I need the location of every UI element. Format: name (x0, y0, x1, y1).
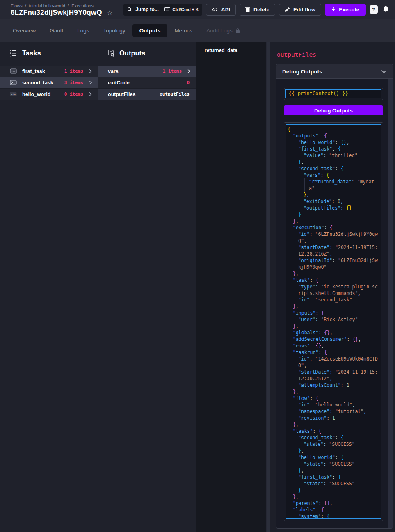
output-value: 0 (187, 80, 190, 85)
lock-icon (235, 28, 240, 33)
output-count: 1 items (163, 68, 182, 74)
chevron-down-icon[interactable] (381, 70, 387, 73)
bell-icon[interactable] (382, 6, 389, 13)
breadcrumb-separator: / (25, 3, 26, 8)
tab-audit-logs[interactable]: Audit Logs (199, 24, 247, 37)
shell-task-icon (10, 80, 17, 85)
execution-tabs: Overview Gantt Logs Topology Outputs Met… (0, 19, 395, 42)
task-row-first-task[interactable]: first_task 1 items (0, 66, 98, 77)
output-value: outputFiles (160, 91, 190, 97)
log-task-icon: LOG (10, 91, 17, 97)
tab-metrics[interactable]: Metrics (167, 24, 199, 37)
api-button-label: API (221, 7, 230, 13)
search-input[interactable]: Jump to... Ctrl/Cmd + K (123, 4, 202, 16)
tab-outputs[interactable]: Outputs (132, 24, 168, 37)
search-shortcut: Ctrl/Cmd + K (172, 7, 199, 12)
preview-breadcrumb: returned_data (205, 48, 258, 53)
tasks-panel-title: Tasks (22, 49, 41, 57)
execute-button[interactable]: Execute (325, 4, 366, 16)
output-name: exitCode (108, 80, 130, 86)
edit-flow-button-label: Edit flow (293, 7, 315, 13)
outputs-panel-title: Outputs (119, 49, 145, 57)
tab-overview[interactable]: Overview (6, 24, 43, 37)
task-count: 0 items (64, 91, 83, 97)
debug-outputs-header-label: Debug Outputs (282, 68, 322, 75)
output-name: vars (108, 68, 119, 74)
lightning-icon (331, 7, 336, 12)
task-row-second-task[interactable]: second_task 3 items (0, 77, 98, 89)
tab-gantt[interactable]: Gantt (43, 24, 70, 37)
debug-json-code: {"outputs": {"hello_world": {},"first_ta… (286, 124, 381, 519)
debug-output-title: outputFiles (277, 51, 393, 58)
delete-button[interactable]: Delete (240, 4, 275, 16)
debug-outputs-button[interactable]: Debug Outputs (284, 105, 383, 115)
preview-column: returned_data (196, 42, 267, 532)
tasks-panel: Tasks first_task 1 items second_task 3 i… (0, 42, 98, 532)
trash-icon (245, 7, 250, 12)
chevron-right-icon (88, 80, 93, 85)
page-title: 6LZFnu32dljSwkjH9Y0qwQ (11, 9, 102, 17)
debug-outputs-header[interactable]: Debug Outputs (276, 64, 393, 79)
chevron-right-icon (88, 91, 93, 97)
svg-text:LOG: LOG (11, 93, 16, 96)
star-icon[interactable]: ☆ (107, 9, 112, 16)
search-icon (127, 7, 132, 12)
breadcrumb-flows[interactable]: Flows (11, 3, 23, 8)
task-row-hello-world[interactable]: LOG hello_world 0 items (0, 89, 98, 100)
api-button[interactable]: API (206, 4, 236, 16)
outputs-panel: Outputs vars 1 items exitCode 0 outputFi… (98, 42, 196, 532)
top-bar: Flows / tutorial.hello-world / Execution… (0, 0, 395, 19)
breadcrumb-flow-id[interactable]: tutorial.hello-world (29, 3, 65, 8)
api-icon (212, 7, 218, 12)
delete-button-label: Delete (253, 7, 269, 13)
panel-resize-handle[interactable] (267, 42, 270, 532)
tab-topology[interactable]: Topology (96, 24, 132, 37)
tasks-list-icon (10, 50, 18, 57)
task-name: first_task (22, 68, 45, 74)
breadcrumb: Flows / tutorial.hello-world / Execution… (11, 3, 112, 8)
debug-outputs-card: Debug Outputs {{ printContext() }} Debug… (276, 64, 393, 529)
task-name: second_task (22, 80, 53, 86)
scrollbar[interactable] (388, 79, 393, 528)
search-label: Jump to... (135, 7, 159, 12)
help-icon[interactable]: ? (370, 5, 378, 14)
debug-result-editor: {"outputs": {"hello_world": {},"first_ta… (284, 122, 383, 521)
breadcrumb-separator: / (68, 3, 69, 8)
keyboard-icon (164, 7, 170, 11)
outputs-file-search-icon (108, 50, 115, 57)
output-row-outputfiles[interactable]: outputFiles outputFiles (98, 89, 196, 100)
expression-editor: {{ printContext() }} (284, 88, 383, 100)
chevron-right-icon (88, 68, 93, 74)
edit-flow-button[interactable]: Edit flow (279, 4, 321, 16)
output-row-exitcode[interactable]: exitCode 0 (98, 77, 196, 89)
chevron-right-icon (187, 68, 191, 74)
task-count: 1 items (64, 68, 83, 74)
debug-column: outputFiles Debug Outputs {{ printContex… (267, 42, 395, 532)
breadcrumb-executions[interactable]: Executions (71, 3, 94, 8)
execute-button-label: Execute (339, 7, 359, 13)
tab-logs[interactable]: Logs (70, 24, 96, 37)
output-name: outputFiles (108, 91, 135, 97)
task-count: 3 items (64, 80, 83, 85)
output-row-vars[interactable]: vars 1 items (98, 66, 196, 77)
pencil-icon (285, 7, 290, 12)
expression-input[interactable]: {{ printContext() }} (285, 89, 381, 98)
return-task-icon (10, 68, 17, 74)
task-name: hello_world (22, 91, 50, 97)
